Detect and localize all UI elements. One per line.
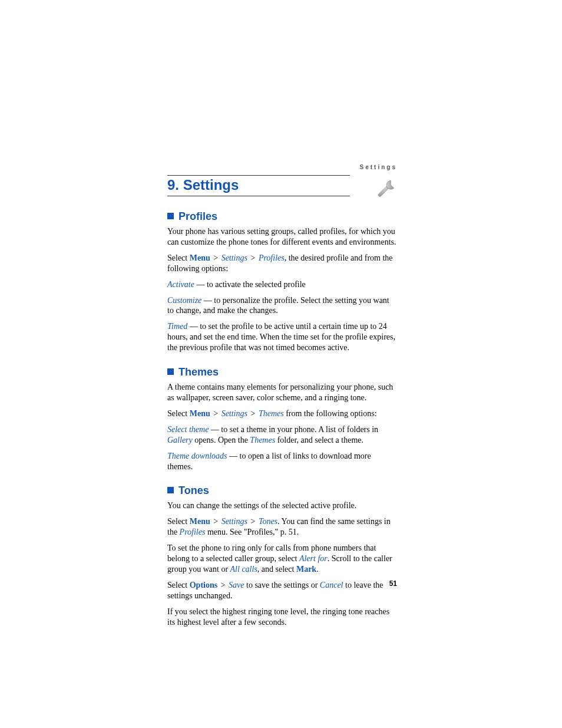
menu-path-settings[interactable]: Settings [222,409,247,418]
text: , and select [257,565,296,574]
menu-path-themes[interactable]: Themes [259,409,284,418]
square-bullet-icon [167,368,174,375]
paragraph: Select Menu > Settings > Tones. You can … [167,516,397,538]
text: Select [167,409,190,418]
chapter-title: 9. Settings [167,175,350,196]
all-calls-link[interactable]: All calls [230,565,257,574]
running-header: Settings [360,164,397,170]
text: Select [167,517,190,526]
text: Select [167,581,190,589]
breadcrumb-separator: > [211,253,220,262]
text: menu. See "Profiles," p. 51. [205,528,299,536]
paragraph: You can change the settings of the selec… [167,500,397,511]
save-action[interactable]: Save [229,581,244,589]
page-number: 51 [389,579,397,588]
menu-path-menu[interactable]: Menu [190,409,210,418]
alert-for-link[interactable]: Alert for [299,554,328,563]
option-theme-downloads: Theme downloads — to open a list of link… [167,451,397,472]
section-heading-tones: Tones [167,485,397,497]
chapter-row: 9. Settings [167,175,397,197]
heading-text: Profiles [178,210,217,222]
menu-path-settings[interactable]: Settings [222,253,247,262]
option-select-theme: Select theme — to set a theme in your ph… [167,424,397,446]
text: opens. Open the [193,436,250,444]
gallery-link[interactable]: Gallery [167,436,193,444]
option-label[interactable]: Activate [167,280,194,289]
cancel-action[interactable]: Cancel [320,581,343,589]
paragraph: A theme contains many elements for perso… [167,382,397,403]
text: from the following options: [284,409,377,418]
paragraph: To set the phone to ring only for calls … [167,543,397,575]
option-timed: Timed — to set the profile to be active … [167,321,397,353]
menu-path-settings[interactable]: Settings [222,517,247,526]
note: If you select the highest ringing tone l… [167,607,397,628]
mark-action[interactable]: Mark [296,565,316,574]
breadcrumb-separator: > [249,409,257,418]
profiles-link[interactable]: Profiles [180,528,206,536]
options-action[interactable]: Options [190,581,217,589]
breadcrumb-separator: > [249,517,257,526]
option-label[interactable]: Theme downloads [167,452,227,460]
text: to save the settings or [244,581,320,589]
wrench-icon [377,177,397,197]
heading-text: Themes [178,366,219,378]
text: folder, and select a theme. [275,436,363,444]
square-bullet-icon [167,213,174,219]
text: — to set a theme in your phone. A list o… [209,425,378,434]
option-activate: Activate — to activate the selected prof… [167,279,397,290]
paragraph: Select Menu > Settings > Themes from the… [167,409,397,419]
menu-path-profiles[interactable]: Profiles [259,253,285,262]
option-customize: Customize — to personalize the profile. … [167,295,397,317]
text: . [316,565,319,574]
section-tones: Tones You can change the settings of the… [167,485,397,627]
menu-path-menu[interactable]: Menu [190,253,210,262]
menu-path-tones[interactable]: Tones [259,517,277,526]
option-text: — to set the profile to be active until … [167,322,395,352]
breadcrumb-separator: > [219,581,227,589]
paragraph: Select Menu > Settings > Profiles, the d… [167,253,397,274]
option-label[interactable]: Customize [167,296,201,305]
section-heading-profiles: Profiles [167,210,397,223]
section-profiles: Profiles Your phone has various setting … [167,210,397,353]
breadcrumb-separator: > [211,409,220,418]
breadcrumb-separator: > [249,253,257,262]
square-bullet-icon [167,487,174,493]
option-label[interactable]: Timed [167,322,187,331]
paragraph: Select Options > Save to save the settin… [167,580,397,601]
heading-text: Tones [178,485,209,496]
menu-path-menu[interactable]: Menu [190,517,210,526]
manual-page: Settings 9. Settings Profiles Your phone… [0,0,562,728]
paragraph: Your phone has various setting groups, c… [167,226,397,248]
section-themes: Themes A theme contains many elements fo… [167,366,397,472]
breadcrumb-separator: > [211,517,220,526]
section-heading-themes: Themes [167,366,397,378]
themes-folder-link[interactable]: Themes [250,436,275,444]
text: Select [167,253,190,262]
option-text: — to activate the selected profile [194,280,306,289]
option-label[interactable]: Select theme [167,425,209,434]
